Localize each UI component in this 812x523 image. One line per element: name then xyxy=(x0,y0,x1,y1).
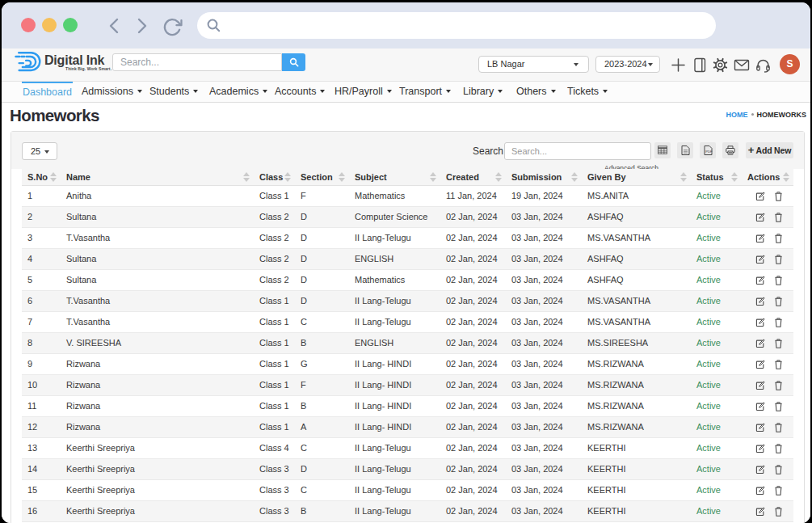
svg-text:PDF: PDF xyxy=(705,150,713,154)
